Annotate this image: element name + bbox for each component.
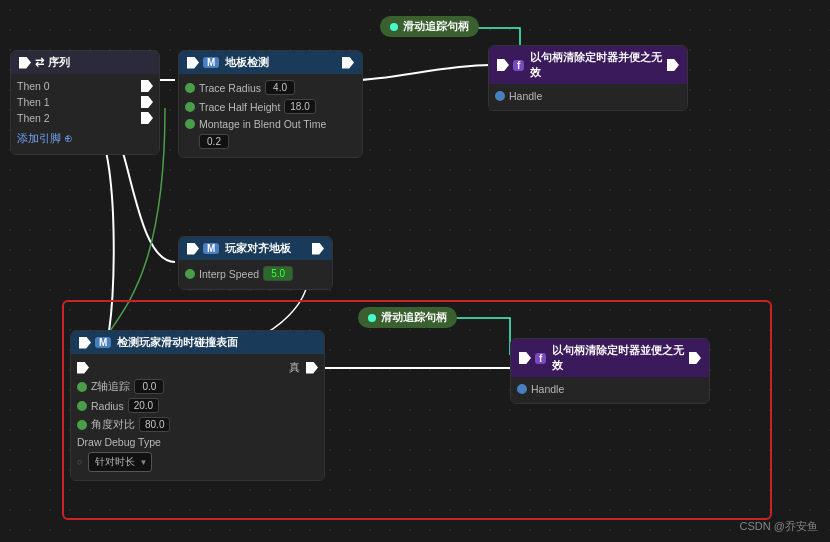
montage-val-row: 0.2: [185, 132, 356, 151]
angle-value[interactable]: 80.0: [139, 417, 170, 432]
watermark: CSDN @乔安鱼: [740, 519, 818, 534]
then0-label: Then 0: [17, 80, 50, 92]
radius-value[interactable]: 20.0: [128, 398, 159, 413]
clear1-title: 以句柄清除定时器并便之无效: [530, 50, 663, 80]
ztrace-value[interactable]: 0.0: [134, 379, 164, 394]
watermark-text: CSDN @乔安鱼: [740, 520, 818, 532]
clear1-handle-row: Handle: [495, 88, 681, 104]
detect-node: M 检测玩家滑动时碰撞表面 真 Z轴追踪 0.0 Radius 20.0 角度对…: [70, 330, 325, 481]
then1-exec-out[interactable]: [141, 96, 153, 108]
clear1-node: f 以句柄清除定时器并便之无效 Handle: [488, 45, 688, 111]
slider-top-dot: [390, 23, 398, 31]
trace-radius-row: Trace Radius 4.0: [185, 78, 356, 97]
ztrace-pin: [77, 382, 87, 392]
sequence-body: Then 0 Then 1 Then 2 添加引脚 ⊕: [11, 74, 159, 154]
clear1-handle-label: Handle: [509, 90, 542, 102]
ztrace-label: Z轴追踪: [91, 380, 130, 394]
clear2-handle-pin: [517, 384, 527, 394]
player-title: 玩家对齐地板: [225, 241, 291, 256]
clear2-f-label: f: [535, 353, 546, 364]
ground-title: 地板检测: [225, 55, 269, 70]
sequence-node: ⇄ 序列 Then 0 Then 1 Then 2 添加引脚 ⊕: [10, 50, 160, 155]
true-label: 真: [289, 360, 300, 375]
then1-row: Then 1: [17, 94, 153, 110]
angle-row: 角度对比 80.0: [77, 415, 318, 434]
sequence-exec-in[interactable]: [19, 57, 31, 69]
clear2-header: f 以句柄清除定时器並便之无效: [511, 339, 709, 377]
radius-pin: [77, 401, 87, 411]
interp-row: Interp Speed 5.0: [185, 264, 326, 283]
radius-label: Radius: [91, 400, 124, 412]
then2-exec-out[interactable]: [141, 112, 153, 124]
clear2-node: f 以句柄清除定时器並便之无效 Handle: [510, 338, 710, 404]
trace-radius-value[interactable]: 4.0: [265, 80, 295, 95]
montage-row: Montage in Blend Out Time: [185, 116, 356, 132]
trace-half-pin: [185, 102, 195, 112]
clear1-body: Handle: [489, 84, 687, 110]
debug-dropdown[interactable]: 针对时长 ▼: [88, 452, 152, 472]
then1-label: Then 1: [17, 96, 50, 108]
trace-half-label: Trace Half Height: [199, 101, 280, 113]
interp-label: Interp Speed: [199, 268, 259, 280]
detect-exec-in[interactable]: [79, 337, 91, 349]
slider-bottom-label: 滑动追踪句柄: [381, 310, 447, 325]
slider-top-bubble: 滑动追踪句柄: [380, 16, 479, 37]
clear1-exec-out[interactable]: [667, 59, 679, 71]
detect-header: M 检测玩家滑动时碰撞表面: [71, 331, 324, 354]
clear1-handle-pin: [495, 91, 505, 101]
detect-body: 真 Z轴追踪 0.0 Radius 20.0 角度对比 80.0 Draw De…: [71, 354, 324, 480]
player-m-label: M: [203, 243, 219, 254]
detect-true-out[interactable]: [306, 362, 318, 374]
then0-exec-out[interactable]: [141, 80, 153, 92]
player-header: M 玩家对齐地板: [179, 237, 332, 260]
interp-pin: [185, 269, 195, 279]
radius-row: Radius 20.0: [77, 396, 318, 415]
clear2-handle-row: Handle: [517, 381, 703, 397]
montage-label: Montage in Blend Out Time: [199, 118, 326, 130]
trace-radius-label: Trace Radius: [199, 82, 261, 94]
ground-node: M 地板检测 Trace Radius 4.0 Trace Half Heigh…: [178, 50, 363, 158]
trace-radius-pin: [185, 83, 195, 93]
ground-m-label: M: [203, 57, 219, 68]
dropdown-arrow-icon: ▼: [139, 458, 147, 467]
clear1-f-label: f: [513, 60, 524, 71]
detect-exec-in2[interactable]: [77, 362, 89, 374]
interp-value[interactable]: 5.0: [263, 266, 293, 281]
sequence-icon: ⇄: [35, 56, 44, 69]
ground-body: Trace Radius 4.0 Trace Half Height 18.0 …: [179, 74, 362, 157]
clear1-header: f 以句柄清除定时器并便之无效: [489, 46, 687, 84]
angle-label: 角度对比: [91, 418, 135, 432]
player-exec-in[interactable]: [187, 243, 199, 255]
detect-m-label: M: [95, 337, 111, 348]
clear2-handle-label: Handle: [531, 383, 564, 395]
then0-row: Then 0: [17, 78, 153, 94]
ground-exec-in[interactable]: [187, 57, 199, 69]
clear1-exec-in[interactable]: [497, 59, 509, 71]
montage-pin: [185, 119, 195, 129]
clear2-exec-out[interactable]: [689, 352, 701, 364]
sequence-title: 序列: [48, 55, 70, 70]
slider-bottom-dot: [368, 314, 376, 322]
montage-value[interactable]: 0.2: [199, 134, 229, 149]
player-node: M 玩家对齐地板 Interp Speed 5.0: [178, 236, 333, 290]
then2-row: Then 2: [17, 110, 153, 126]
detect-title: 检测玩家滑动时碰撞表面: [117, 335, 238, 350]
clear2-body: Handle: [511, 377, 709, 403]
player-body: Interp Speed 5.0: [179, 260, 332, 289]
debug-label: Draw Debug Type: [77, 436, 161, 448]
debug-dropdown-row: ○ 针对时长 ▼: [77, 450, 318, 474]
trace-half-value[interactable]: 18.0: [284, 99, 315, 114]
add-pin-label[interactable]: 添加引脚 ⊕: [17, 132, 73, 146]
debug-dropdown-value: 针对时长: [95, 455, 135, 469]
player-exec-out[interactable]: [312, 243, 324, 255]
then2-label: Then 2: [17, 112, 50, 124]
angle-pin: [77, 420, 87, 430]
clear2-title: 以句柄清除定时器並便之无效: [552, 343, 685, 373]
add-pin-row: 添加引脚 ⊕: [17, 130, 153, 148]
ground-exec-out[interactable]: [342, 57, 354, 69]
sequence-header: ⇄ 序列: [11, 51, 159, 74]
ground-header: M 地板检测: [179, 51, 362, 74]
slider-top-label: 滑动追踪句柄: [403, 19, 469, 34]
slider-bottom-bubble: 滑动追踪句柄: [358, 307, 457, 328]
clear2-exec-in[interactable]: [519, 352, 531, 364]
